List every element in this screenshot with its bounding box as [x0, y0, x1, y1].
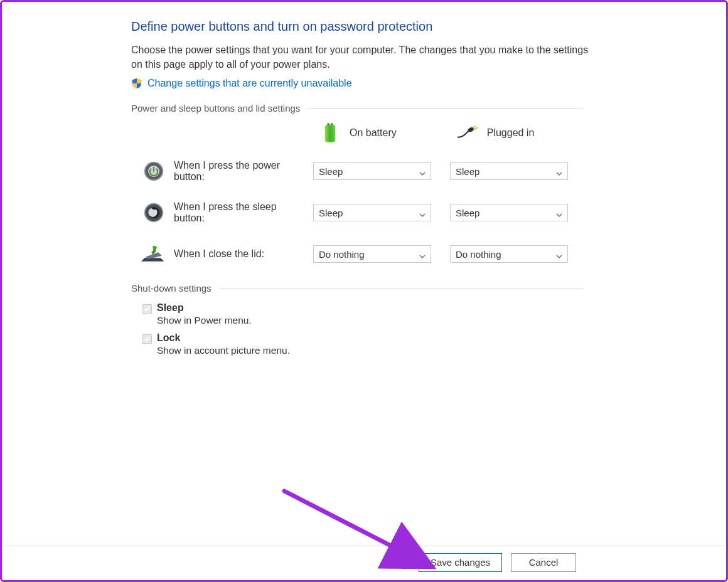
power-section-header: Power and sleep buttons and lid settings	[131, 103, 583, 114]
col-header-plugged: Plugged in	[457, 122, 535, 144]
check-sleep-title: Sleep	[157, 302, 184, 314]
row-sleep-label: When I press the sleep button:	[174, 201, 306, 224]
power-plugged-select[interactable]: Sleep	[450, 162, 568, 180]
col-battery-label: On battery	[350, 127, 397, 139]
plug-icon	[457, 122, 478, 144]
sleep-battery-select[interactable]: Sleep	[313, 204, 431, 221]
power-section-label: Power and sleep buttons and lid settings	[131, 103, 300, 114]
shutdown-section-header: Shut-down settings	[131, 283, 583, 294]
admin-settings-link[interactable]: Change settings that are currently unava…	[131, 78, 701, 89]
shield-icon	[131, 78, 142, 89]
chevron-down-icon	[556, 168, 562, 174]
admin-link-text[interactable]: Change settings that are currently unava…	[147, 78, 352, 89]
chevron-down-icon	[556, 251, 562, 257]
col-header-battery: On battery	[319, 122, 397, 144]
page-description: Choose the power settings that you want …	[131, 43, 596, 71]
chevron-down-icon	[556, 209, 562, 216]
battery-icon	[319, 122, 341, 144]
lid-plugged-select[interactable]: Do nothing	[450, 245, 568, 263]
lid-battery-select[interactable]: Do nothing	[313, 245, 431, 263]
check-sleep-desc: Show in Power menu.	[157, 315, 701, 326]
svg-line-5	[473, 126, 476, 128]
chevron-down-icon	[419, 251, 426, 257]
lid-icon	[141, 241, 166, 267]
row-lid-label: When I close the lid:	[174, 248, 306, 260]
chevron-down-icon	[419, 168, 426, 174]
check-lock-desc: Show in account picture menu.	[157, 345, 701, 356]
checkbox-lock[interactable]: Lock	[142, 332, 701, 344]
power-battery-select[interactable]: Sleep	[313, 162, 431, 180]
save-button[interactable]: Save changes	[419, 553, 502, 572]
shutdown-section-label: Shut-down settings	[131, 283, 211, 294]
svg-line-6	[474, 128, 477, 130]
cancel-button[interactable]: Cancel	[511, 553, 576, 572]
row-sleep-button: When I press the sleep button: Sleep Sle…	[131, 200, 701, 225]
power-button-icon	[141, 159, 166, 184]
check-lock-title: Lock	[157, 332, 180, 344]
footer-bar: Save changes Cancel	[4, 546, 724, 578]
checkbox-icon	[142, 304, 152, 314]
sleep-button-icon	[141, 200, 166, 225]
row-lid: When I close the lid: Do nothing Do noth…	[131, 241, 701, 267]
col-plugged-label: Plugged in	[487, 127, 535, 139]
svg-rect-3	[325, 125, 336, 143]
sleep-plugged-select[interactable]: Sleep	[450, 204, 568, 221]
row-power-button: When I press the power button: Sleep Sle…	[131, 159, 701, 184]
row-power-label: When I press the power button:	[174, 160, 306, 183]
checkbox-icon	[142, 334, 152, 344]
checkbox-sleep[interactable]: Sleep	[142, 302, 701, 314]
page-title: Define power buttons and turn on passwor…	[131, 19, 701, 34]
chevron-down-icon	[419, 209, 426, 216]
